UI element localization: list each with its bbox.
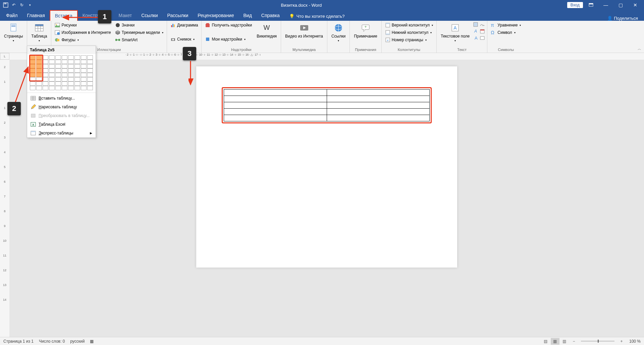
3d-models-button[interactable]: Трехмерные модели▾: [114, 29, 165, 36]
ruler-corner[interactable]: L: [0, 53, 9, 60]
macro-icon[interactable]: ▦: [90, 339, 94, 344]
grid-cell[interactable]: [49, 81, 55, 86]
grid-cell[interactable]: [87, 55, 93, 60]
inserted-table[interactable]: [224, 89, 430, 121]
grid-cell[interactable]: [62, 64, 67, 68]
tab-review[interactable]: Рецензирование: [193, 10, 238, 21]
grid-cell[interactable]: [68, 77, 74, 81]
grid-cell[interactable]: [81, 77, 87, 81]
tab-file[interactable]: Файл: [1, 10, 22, 21]
grid-cell[interactable]: [68, 86, 74, 90]
excel-table-item[interactable]: XТаблица Excel: [27, 120, 96, 129]
read-mode-icon[interactable]: ▤: [541, 338, 550, 345]
grid-cell[interactable]: [62, 81, 67, 86]
dropcap-icon[interactable]: A: [473, 35, 478, 41]
ribbon-display-icon[interactable]: [584, 0, 598, 10]
grid-cell[interactable]: [87, 77, 93, 81]
comment-button[interactable]: + Примечание: [352, 22, 379, 39]
grid-cell[interactable]: [30, 77, 36, 81]
grid-cell[interactable]: [81, 73, 87, 77]
zoom-slider[interactable]: [581, 341, 614, 342]
tab-help[interactable]: Справка: [257, 10, 284, 21]
zoom-in-button[interactable]: +: [617, 338, 626, 345]
grid-cell[interactable]: [74, 68, 80, 73]
tab-mailings[interactable]: Рассылки: [163, 10, 193, 21]
links-button[interactable]: Ссылки ▾: [329, 22, 347, 43]
grid-cell[interactable]: [49, 86, 55, 90]
grid-cell[interactable]: [30, 60, 36, 64]
page-number-button[interactable]: #Номер страницы▾: [384, 37, 434, 43]
grid-cell[interactable]: [55, 77, 61, 81]
online-video-button[interactable]: Видео из Интернета: [283, 22, 325, 39]
grid-cell[interactable]: [62, 86, 67, 90]
status-lang[interactable]: русский: [70, 339, 85, 344]
grid-cell[interactable]: [49, 55, 55, 60]
grid-cell[interactable]: [55, 81, 61, 86]
login-button[interactable]: Вход: [567, 2, 583, 8]
smartart-button[interactable]: SmartArt: [114, 37, 165, 43]
grid-cell[interactable]: [36, 60, 42, 64]
tell-me[interactable]: 💡 Что вы хотите сделать?: [284, 12, 350, 21]
wordart-icon[interactable]: A: [473, 28, 478, 34]
insert-table-item[interactable]: Вставить таблицу...: [27, 94, 96, 103]
datetime-icon[interactable]: [480, 28, 485, 34]
grid-cell[interactable]: [43, 77, 48, 81]
grid-cell[interactable]: [30, 73, 36, 77]
tab-layout[interactable]: Макет: [114, 10, 137, 21]
grid-cell[interactable]: [68, 81, 74, 86]
grid-cell[interactable]: [55, 55, 61, 60]
collapse-ribbon-icon[interactable]: ︿: [638, 46, 641, 51]
horizontal-ruler[interactable]: · 2 · ı · 1 · ı · · ı · 1 · ı · 2 · ı · …: [9, 53, 644, 60]
grid-cell[interactable]: [49, 64, 55, 68]
maximize-button[interactable]: ▢: [614, 0, 627, 10]
grid-cell[interactable]: [30, 64, 36, 68]
tab-view[interactable]: Вид: [238, 10, 256, 21]
grid-cell[interactable]: [43, 55, 48, 60]
close-button[interactable]: ✕: [629, 0, 642, 10]
grid-cell[interactable]: [30, 86, 36, 90]
grid-cell[interactable]: [36, 86, 42, 90]
grid-cell[interactable]: [55, 86, 61, 90]
wikipedia-button[interactable]: W Википедия: [255, 22, 279, 39]
grid-cell[interactable]: [68, 68, 74, 73]
grid-cell[interactable]: [55, 60, 61, 64]
grid-cell[interactable]: [81, 68, 87, 73]
grid-cell[interactable]: [62, 73, 67, 77]
share-button[interactable]: 👤 Поделиться: [602, 16, 643, 21]
grid-cell[interactable]: [43, 64, 48, 68]
save-icon[interactable]: [3, 2, 9, 8]
get-addins-button[interactable]: Получить надстройки: [204, 22, 253, 28]
grid-cell[interactable]: [81, 55, 87, 60]
grid-cell[interactable]: [87, 81, 93, 86]
grid-cell[interactable]: [87, 60, 93, 64]
quick-tables-item[interactable]: Экспресс-таблицы▶: [27, 129, 96, 137]
grid-cell[interactable]: [87, 73, 93, 77]
grid-cell[interactable]: [68, 64, 74, 68]
redo-icon[interactable]: ↻: [19, 2, 25, 8]
web-layout-icon[interactable]: ▥: [560, 338, 569, 345]
grid-cell[interactable]: [74, 81, 80, 86]
grid-cell[interactable]: [49, 73, 55, 77]
draw-table-item[interactable]: Нарисовать таблицу: [27, 103, 96, 111]
grid-cell[interactable]: [74, 60, 80, 64]
grid-cell[interactable]: [43, 68, 48, 73]
grid-cell[interactable]: [68, 60, 74, 64]
tab-home[interactable]: Главная: [22, 10, 49, 21]
tab-references[interactable]: Ссылки: [137, 10, 162, 21]
table-grid-picker[interactable]: [27, 54, 96, 92]
zoom-level[interactable]: 100 %: [629, 339, 641, 344]
grid-cell[interactable]: [74, 64, 80, 68]
grid-cell[interactable]: [62, 77, 67, 81]
grid-cell[interactable]: [74, 55, 80, 60]
grid-cell[interactable]: [87, 68, 93, 73]
grid-cell[interactable]: [55, 73, 61, 77]
grid-cell[interactable]: [74, 77, 80, 81]
grid-cell[interactable]: [68, 55, 74, 60]
symbol-button[interactable]: ΩСимвол▾: [489, 29, 522, 36]
qat-customize-icon[interactable]: ▾: [27, 2, 33, 8]
grid-cell[interactable]: [81, 64, 87, 68]
grid-cell[interactable]: [30, 81, 36, 86]
shapes-button[interactable]: Фигуры▾: [53, 37, 112, 43]
print-layout-icon[interactable]: ▦: [551, 338, 559, 345]
grid-cell[interactable]: [74, 73, 80, 77]
